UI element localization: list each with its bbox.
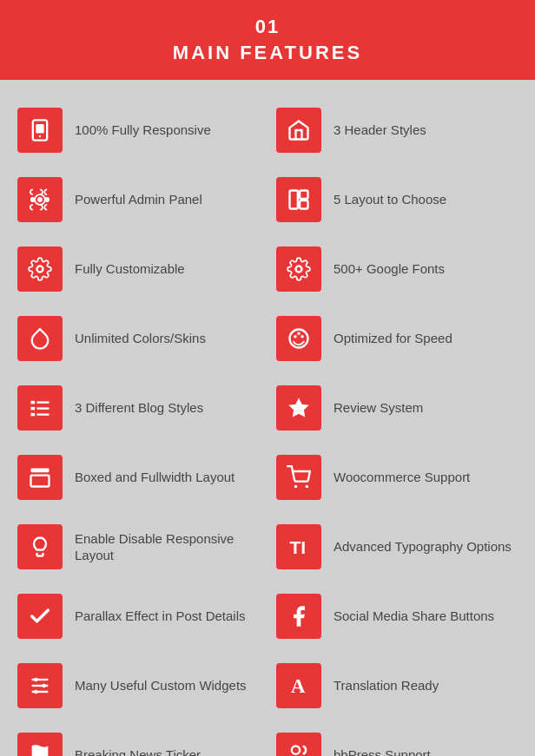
feature-label-parallax: Parallax Effect in Post Details bbox=[75, 608, 245, 625]
svg-rect-16 bbox=[37, 401, 50, 403]
feature-item-customizable: Fully Customizable bbox=[9, 234, 268, 304]
feature-item-widgets: Many Useful Custom Widgets bbox=[9, 651, 268, 720]
svg-rect-8 bbox=[300, 201, 307, 208]
feature-item-breaking-news: Breaking News Ticker bbox=[9, 720, 268, 756]
features-grid: 100% Fully Responsive3 Header StylesPowe… bbox=[0, 80, 535, 756]
feature-item-typography: TIAdvanced Typography Options bbox=[268, 512, 526, 582]
svg-point-25 bbox=[306, 485, 309, 489]
feature-item-layout-choose: 5 Layout to Choose bbox=[268, 165, 526, 234]
feature-item-review-system: Review System bbox=[268, 373, 526, 443]
svg-point-10 bbox=[296, 266, 302, 273]
tablet-icon bbox=[17, 108, 63, 153]
svg-rect-2 bbox=[36, 124, 43, 134]
header-title: MAIN FEATURES bbox=[0, 42, 535, 64]
list-icon bbox=[17, 385, 63, 431]
feature-label-layout-choose: 5 Layout to Choose bbox=[334, 191, 446, 208]
svg-point-3 bbox=[37, 197, 43, 202]
feature-label-header-styles: 3 Header Styles bbox=[334, 122, 426, 139]
facebook-icon bbox=[276, 594, 321, 639]
settings-dots-icon bbox=[17, 177, 63, 222]
feature-item-fully-responsive: 100% Fully Responsive bbox=[9, 95, 268, 165]
feature-item-parallax: Parallax Effect in Post Details bbox=[9, 582, 268, 651]
feature-label-social-share: Social Media Share Buttons bbox=[334, 608, 494, 625]
svg-rect-20 bbox=[37, 413, 50, 415]
feature-item-social-share: Social Media Share Buttons bbox=[268, 582, 526, 651]
svg-marker-21 bbox=[288, 398, 308, 417]
check-icon bbox=[17, 594, 63, 639]
layout-icon bbox=[276, 177, 321, 222]
svg-point-13 bbox=[301, 335, 304, 339]
svg-point-1 bbox=[39, 135, 41, 137]
feature-item-google-fonts: 500+ Google Fonts bbox=[268, 234, 526, 304]
cart-icon bbox=[276, 455, 321, 500]
feature-item-woocommerce: Woocommerce Support bbox=[268, 443, 526, 512]
feature-item-enable-disable: Enable Disable Responsive Layout bbox=[9, 512, 268, 582]
bulb-icon bbox=[17, 524, 63, 569]
svg-point-24 bbox=[294, 485, 298, 489]
svg-point-12 bbox=[294, 335, 297, 339]
gear-icon bbox=[17, 247, 63, 292]
feature-label-optimized-speed: Optimized for Speed bbox=[334, 330, 452, 347]
content-icon bbox=[17, 455, 63, 500]
feature-label-blog-styles: 3 Different Blog Styles bbox=[75, 399, 203, 417]
svg-point-34 bbox=[42, 684, 46, 688]
svg-text:TI: TI bbox=[290, 537, 307, 557]
feature-label-bbpress: bbPress Support bbox=[334, 746, 431, 756]
flag-icon bbox=[17, 733, 63, 756]
widgets-icon bbox=[17, 663, 63, 708]
drop-icon bbox=[17, 316, 63, 361]
svg-rect-7 bbox=[300, 191, 307, 199]
svg-rect-19 bbox=[31, 413, 36, 417]
svg-rect-15 bbox=[31, 401, 36, 404]
svg-point-35 bbox=[34, 690, 38, 694]
typography-icon: TI bbox=[276, 524, 321, 569]
feature-label-colors-skins: Unlimited Colors/Skins bbox=[75, 330, 206, 347]
feature-label-admin-panel: Powerful Admin Panel bbox=[75, 191, 202, 208]
feature-label-typography: Advanced Typography Options bbox=[334, 538, 512, 555]
feature-label-enable-disable: Enable Disable Responsive Layout bbox=[75, 530, 261, 564]
feature-label-google-fonts: 500+ Google Fonts bbox=[334, 260, 445, 278]
star-icon bbox=[276, 385, 321, 431]
svg-rect-22 bbox=[31, 469, 50, 473]
feature-label-translation: Translation Ready bbox=[334, 677, 439, 694]
svg-rect-18 bbox=[37, 407, 50, 409]
font-a-icon: A bbox=[276, 663, 321, 708]
feature-item-admin-panel: Powerful Admin Panel bbox=[9, 165, 268, 234]
svg-rect-17 bbox=[31, 407, 36, 411]
feature-label-fully-responsive: 100% Fully Responsive bbox=[75, 122, 211, 139]
header-number: 01 bbox=[0, 16, 535, 38]
svg-point-38 bbox=[292, 746, 300, 754]
feature-item-boxed-fullwidth: Boxed and Fullwidth Layout bbox=[9, 443, 268, 512]
svg-rect-23 bbox=[31, 476, 50, 487]
feature-item-optimized-speed: Optimized for Speed bbox=[268, 304, 526, 373]
header: 01 MAIN FEATURES bbox=[0, 0, 535, 80]
feature-item-header-styles: 3 Header Styles bbox=[268, 95, 526, 165]
svg-point-33 bbox=[34, 678, 38, 682]
feature-label-breaking-news: Breaking News Ticker bbox=[75, 746, 201, 756]
feature-label-review-system: Review System bbox=[334, 399, 423, 417]
svg-rect-6 bbox=[290, 191, 298, 209]
feature-item-bbpress: bbPress Support bbox=[268, 720, 526, 756]
home-icon bbox=[276, 108, 321, 153]
feature-label-boxed-fullwidth: Boxed and Fullwidth Layout bbox=[75, 469, 234, 486]
gear-icon bbox=[276, 247, 321, 292]
feature-label-woocommerce: Woocommerce Support bbox=[334, 469, 470, 486]
feature-item-blog-styles: 3 Different Blog Styles bbox=[9, 373, 268, 443]
svg-point-14 bbox=[297, 332, 301, 335]
svg-point-9 bbox=[37, 266, 43, 273]
feature-label-customizable: Fully Customizable bbox=[75, 260, 185, 278]
feature-item-translation: ATranslation Ready bbox=[268, 651, 526, 720]
feature-label-widgets: Many Useful Custom Widgets bbox=[75, 677, 247, 694]
palette-icon bbox=[276, 316, 321, 361]
feature-item-colors-skins: Unlimited Colors/Skins bbox=[9, 304, 268, 373]
users-icon bbox=[276, 733, 321, 756]
svg-text:A: A bbox=[291, 674, 306, 697]
